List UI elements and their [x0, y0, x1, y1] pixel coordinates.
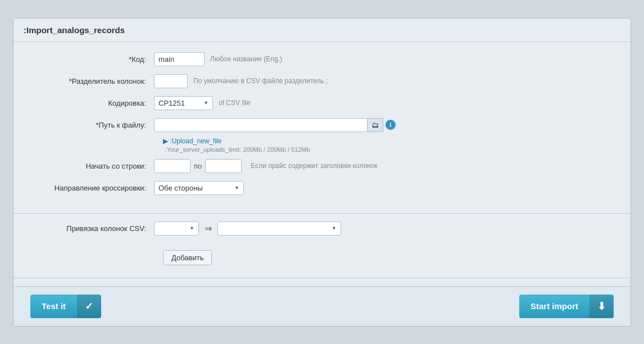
- upload-info: :Upload_new_file :Your_server_uploads_li…: [163, 137, 614, 153]
- file-browse-button[interactable]: 🗂: [368, 118, 383, 132]
- delimiter-input[interactable]: [154, 74, 188, 88]
- file-path-wrap: 🗂 i: [154, 118, 396, 132]
- csv-bind-row: Привязка колонок CSV: ⇒: [30, 221, 614, 236]
- code-input[interactable]: [154, 52, 205, 66]
- divider-1: [13, 213, 631, 214]
- footer-section: Test it ✓ Start import ⬇: [13, 286, 631, 326]
- info-button[interactable]: i: [386, 120, 396, 130]
- encoding-select-wrap: CP1251 UTF-8 KOI8-R ISO-8859-1: [154, 96, 213, 110]
- main-window: :Import_analogs_records *Код: Любое назв…: [13, 18, 631, 327]
- filepath-input[interactable]: [154, 118, 368, 132]
- download-icon: ⬇: [589, 295, 614, 318]
- add-button[interactable]: Добавить: [163, 250, 212, 265]
- csv-bind-section: Привязка колонок CSV: ⇒: [13, 221, 631, 273]
- test-btn-label: Test it: [30, 296, 77, 316]
- upload-subtext: :Your_server_uploads_limit: 200Mb / 200M…: [165, 146, 310, 153]
- info-icon: i: [389, 121, 391, 128]
- row-sep-label: по: [194, 162, 202, 170]
- row-hint: Если прайс содержит заголовки колонок: [251, 162, 378, 170]
- test-it-button[interactable]: Test it ✓: [30, 295, 101, 318]
- row-start-row: Начать со строки: по Если прайс содержит…: [30, 159, 614, 173]
- encoding-hint: of CSV file: [219, 99, 251, 107]
- csv-col-right-select[interactable]: [217, 221, 341, 236]
- delimiter-row: *Разделитель колонок: По умолчанию в CSV…: [30, 74, 614, 88]
- encoding-row: Кодировка: CP1251 UTF-8 KOI8-R ISO-8859-…: [30, 96, 614, 110]
- code-hint: Любое название (Eng.): [210, 55, 282, 63]
- divider-2: [13, 278, 631, 278]
- direction-select[interactable]: Обе стороны Прямое Обратное: [154, 181, 244, 195]
- window-title: :Import_analogs_records: [13, 19, 631, 42]
- csv-col-left-select[interactable]: [154, 221, 199, 236]
- title-text: :Import_analogs_records: [24, 25, 125, 35]
- csv-col-left-wrap: [154, 221, 199, 236]
- delimiter-label: *Разделитель колонок:: [30, 77, 154, 85]
- row-start-label: Начать со строки:: [30, 162, 154, 170]
- filepath-row: *Путь к файлу: 🗂 i: [30, 118, 614, 132]
- code-label: *Код:: [30, 55, 154, 64]
- start-import-button[interactable]: Start import ⬇: [519, 295, 614, 318]
- code-row: *Код: Любое название (Eng.): [30, 52, 614, 66]
- form-section: *Код: Любое название (Eng.) *Разделитель…: [13, 52, 631, 209]
- row-start-input[interactable]: [154, 159, 191, 173]
- csv-bind-label: Привязка колонок CSV:: [30, 224, 154, 233]
- filepath-label: *Путь к файлу:: [30, 121, 154, 129]
- import-btn-label: Start import: [519, 296, 589, 316]
- direction-select-wrap: Обе стороны Прямое Обратное: [154, 181, 244, 195]
- direction-row: Направление кроссировки: Обе стороны Пря…: [30, 181, 614, 195]
- checkmark-icon: ✓: [77, 295, 101, 318]
- folder-icon: 🗂: [371, 121, 379, 129]
- upload-link[interactable]: :Upload_new_file: [163, 137, 221, 145]
- delimiter-hint: По умолчанию в CSV файле разделитель ;: [193, 77, 328, 85]
- encoding-label: Кодировка:: [30, 99, 154, 107]
- csv-bind-controls: ⇒: [154, 221, 341, 236]
- direction-label: Направление кроссировки:: [30, 184, 154, 192]
- arrow-icon: ⇒: [205, 223, 212, 234]
- row-end-input[interactable]: [205, 159, 242, 173]
- row-start-wrap: по Если прайс содержит заголовки колонок: [154, 159, 378, 173]
- encoding-select[interactable]: CP1251 UTF-8 KOI8-R ISO-8859-1: [154, 96, 213, 110]
- csv-col-right-wrap: [217, 221, 341, 236]
- form-content: *Код: Любое название (Eng.) *Разделитель…: [13, 42, 631, 326]
